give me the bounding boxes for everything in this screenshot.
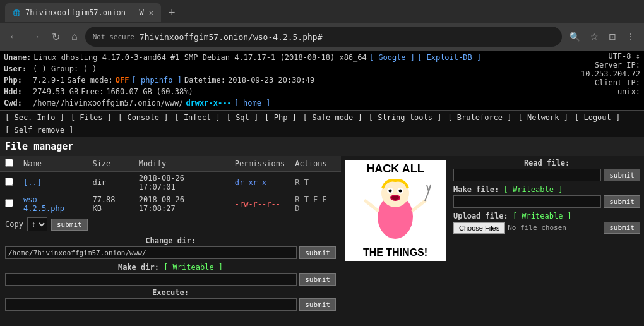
makefile-submit-button[interactable]: submit (604, 195, 640, 208)
close-tab-button[interactable]: ✕ (149, 8, 153, 17)
server-ip-line: Server IP: (581, 61, 640, 69)
table-row: wso-4.2.5.php 77.88 KB 2018-08-26 17:08:… (0, 193, 341, 215)
makefile-row: submit (453, 195, 640, 208)
back-button[interactable]: ← (5, 28, 23, 45)
reload-button[interactable]: ↻ (48, 28, 64, 45)
new-tab-button[interactable]: + (164, 4, 181, 22)
col-permissions: Permissions (230, 156, 290, 172)
readfile-submit-button[interactable]: submit (604, 169, 640, 181)
browser-chrome: 🌐 7hivinxooffgim57.onion - W ✕ + ← → ↻ ⌂… (0, 0, 644, 51)
safe-mode-value: OFF (116, 75, 129, 86)
execute-section: Execute: submit (0, 287, 341, 312)
readfile-section: Read file: submit (453, 159, 640, 181)
address-bar[interactable]: Not secure 7hivinxooffgim57.onion/wso-4.… (85, 27, 562, 47)
fm-title: File manager (0, 137, 644, 156)
makefile-writeable: [ Writeable ] (503, 185, 563, 194)
left-panel: Name Size Modify Permissions Actions [..… (0, 156, 341, 312)
menu-item-logout[interactable]: [ Logout ] (572, 112, 623, 123)
makedir-submit-button[interactable]: submit (299, 273, 336, 286)
makedir-writeable: [ Writeable ] (164, 263, 223, 272)
upload-writeable: [ Writeable ] (513, 212, 572, 220)
file-link-wso[interactable]: wso-4.2.5.php (23, 195, 64, 213)
makedir-section: Make dir: [ Writeable ] submit (0, 262, 341, 287)
execute-submit-button[interactable]: submit (299, 298, 336, 311)
col-name: Name (18, 156, 87, 172)
changedir-label: Change dir: (5, 236, 336, 245)
svg-line-9 (413, 201, 425, 210)
row-checkbox-2[interactable] (5, 199, 13, 207)
menu-item-php[interactable]: [ Php ] (262, 112, 299, 123)
menu-button[interactable]: ⋮ (623, 29, 639, 44)
col-actions: Actions (290, 156, 341, 172)
execute-row: submit (5, 298, 336, 311)
makedir-input[interactable] (5, 273, 297, 286)
file-size-2: 77.88 KB (87, 193, 133, 215)
cwd-line: Cwd: /home/7hivinxooffgim57.onion/www/ d… (4, 97, 575, 109)
hdd-value: 2749.53 GB (33, 86, 78, 97)
makefile-section: Make file: [ Writeable ] submit (453, 185, 640, 208)
makedir-title: Make dir: (118, 263, 164, 272)
info-left: Uname: Linux dhosting 4.17.0-3-amd64 #1 … (4, 52, 575, 109)
active-tab[interactable]: 🌐 7hivinxooffgim57.onion - W ✕ (5, 3, 161, 22)
menu-item-console[interactable]: [ Console ] (116, 112, 170, 123)
home-button[interactable]: ⌂ (68, 28, 81, 45)
select-all-checkbox[interactable] (5, 159, 13, 167)
file-actions-2: R T F E D (290, 193, 341, 215)
col-modify: Modify (134, 156, 230, 172)
file-modify-2: 2018-08-26 17:08:27 (134, 193, 230, 215)
menu-item-stringtools[interactable]: [ String tools ] (366, 112, 444, 123)
meme-top-text: HACK ALL (366, 162, 424, 176)
php-label: Php: (4, 75, 30, 86)
changedir-section: Change dir: submit (0, 234, 341, 262)
bookmark-button[interactable]: ☆ (587, 29, 602, 44)
extensions-button[interactable]: ⊡ (605, 29, 620, 44)
makedir-label: Make dir: [ Writeable ] (5, 263, 336, 272)
menu-item-safemode[interactable]: [ Safe mode ] (301, 112, 365, 123)
upload-section: Upload file: [ Writeable ] Choose Files … (453, 212, 640, 234)
svg-line-8 (366, 201, 378, 210)
upload-submit-button[interactable]: submit (604, 222, 640, 234)
server-ip-value-line: 10.253.204.72 (581, 69, 640, 78)
exploit-link[interactable]: [ Exploit-DB ] (417, 52, 481, 63)
encoding-line: UTF-8 ↕ (581, 52, 640, 61)
makedir-row: submit (5, 273, 336, 286)
changedir-submit-button[interactable]: submit (299, 246, 336, 259)
table-row: [..] dir 2018-08-26 17:07:01 dr-xr-x--- … (0, 172, 341, 194)
changedir-input[interactable] (5, 246, 297, 259)
copy-submit-button[interactable]: submit (51, 219, 88, 231)
menu-item-sql[interactable]: [ Sql ] (224, 112, 261, 123)
row-checkbox-1[interactable] (5, 178, 13, 186)
cwd-label: Cwd: (4, 97, 30, 109)
execute-input[interactable] (5, 298, 297, 311)
svg-point-7 (391, 196, 399, 200)
not-secure-label: Not secure (93, 33, 134, 41)
copy-label: Copy (5, 220, 23, 229)
nav-menu: [ Sec. Info ] [ Files ] [ Console ] [ In… (0, 110, 644, 137)
forward-button[interactable]: → (27, 28, 44, 45)
google-link[interactable]: [ Google ] (369, 52, 415, 63)
cwd-home[interactable]: [ home ] (234, 97, 271, 109)
menu-item-secinfo[interactable]: [ Sec. Info ] (3, 112, 67, 123)
right-panel: HACK ALL (341, 156, 644, 312)
main-content: Name Size Modify Permissions Actions [..… (0, 156, 644, 312)
menu-item-files[interactable]: [ Files ] (68, 112, 114, 123)
datetime-label: Datetime: (184, 75, 225, 86)
file-actions-1: R T (290, 172, 341, 194)
menu-item-network[interactable]: [ Network ] (516, 112, 571, 123)
copy-select[interactable]: ↕ (27, 217, 47, 231)
menu-item-infect[interactable]: [ Infect ] (172, 112, 222, 123)
right-inner: HACK ALL (341, 156, 644, 265)
menu-item-bruteforce[interactable]: [ Bruteforce ] (445, 112, 514, 123)
file-link-dotdot[interactable]: [..] (23, 178, 42, 187)
client-ip-value: unix: (617, 87, 640, 96)
search-icon-button[interactable]: 🔍 (566, 29, 584, 44)
upload-row: Choose Files No file chosen submit (453, 222, 640, 234)
tab-title: 7hivinxooffgim57.onion - W (25, 8, 144, 17)
readfile-input[interactable] (453, 169, 601, 181)
datetime-value: 2018-09-23 20:30:49 (228, 75, 314, 86)
makefile-input[interactable] (453, 195, 601, 208)
encoding-icon: ↕ (636, 52, 640, 61)
menu-item-selfremove[interactable]: [ Self remove ] (3, 124, 76, 136)
choose-files-button[interactable]: Choose Files (453, 222, 505, 234)
phpinfo-link[interactable]: [ phpinfo ] (132, 75, 182, 86)
